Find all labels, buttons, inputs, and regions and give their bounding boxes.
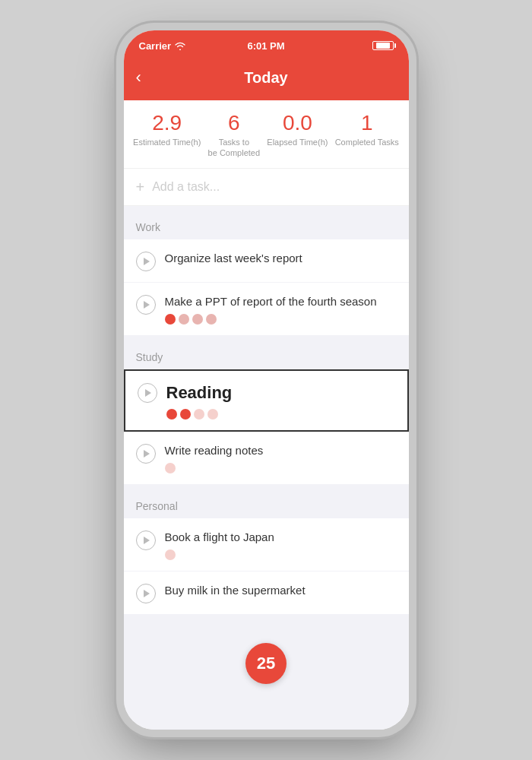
estimated-time-label: Estimated Time(h): [133, 137, 201, 147]
task-content: Buy milk in the supermarket: [165, 582, 397, 598]
completed-tasks-label: Completed Tasks: [335, 137, 399, 147]
play-icon: [144, 301, 150, 309]
play-icon: [144, 537, 150, 544]
back-button[interactable]: ‹: [136, 69, 141, 86]
play-button[interactable]: [136, 252, 156, 271]
task-title: Buy milk in the supermarket: [165, 582, 397, 598]
tomato-indicators: [165, 549, 397, 560]
play-button[interactable]: [138, 383, 157, 403]
play-button[interactable]: [136, 584, 156, 603]
tomato-empty: [192, 314, 203, 325]
task-title: Book a flight to Japan: [165, 529, 397, 545]
play-button[interactable]: [136, 295, 156, 315]
play-icon: [144, 258, 150, 265]
add-task-placeholder: Add a task...: [152, 180, 220, 194]
floating-badge: 25: [245, 643, 287, 684]
task-organize-report[interactable]: Organize last week's report: [124, 239, 409, 282]
task-content: Make a PPT of report of the fourth seaso…: [165, 293, 397, 325]
task-content: Reading: [166, 382, 395, 420]
tomato-light: [207, 409, 218, 420]
stat-tasks-to-complete: 6 Tasks tobe Completed: [208, 112, 261, 159]
estimated-time-value: 2.9: [152, 112, 182, 134]
task-content: Organize last week's report: [165, 250, 397, 266]
tomato-filled: [180, 409, 191, 420]
section-study-header: Study: [124, 336, 409, 369]
play-button[interactable]: [136, 444, 156, 464]
tomato-indicators: [165, 314, 397, 325]
app-header: ‹ Today: [124, 58, 409, 100]
tomato-empty: [206, 314, 217, 325]
task-title: Reading: [166, 382, 395, 405]
task-title: Write reading notes: [165, 442, 397, 458]
stat-elapsed-time: 0.0 Elapsed Time(h): [267, 112, 328, 159]
task-flight-japan[interactable]: Book a flight to Japan: [124, 518, 409, 571]
task-reading-notes[interactable]: Write reading notes: [124, 432, 409, 484]
play-icon: [145, 389, 151, 397]
tomato-indicators: [165, 463, 397, 473]
tasks-to-complete-value: 6: [228, 112, 240, 134]
carrier-label: Carrier: [139, 40, 172, 52]
task-reading[interactable]: Reading: [124, 369, 409, 432]
tomato-indicators: [166, 409, 395, 420]
play-icon: [144, 590, 150, 597]
badge-value: 25: [257, 654, 275, 673]
status-time: 6:01 PM: [247, 40, 284, 52]
section-work-header: Work: [124, 206, 409, 239]
add-task-row[interactable]: + Add a task...: [124, 169, 409, 206]
play-button[interactable]: [136, 530, 156, 550]
tomato-light: [194, 409, 204, 420]
stats-bar: 2.9 Estimated Time(h) 6 Tasks tobe Compl…: [124, 100, 409, 169]
page-title: Today: [244, 69, 287, 87]
task-content: Write reading notes: [165, 442, 397, 473]
tomato-light: [165, 549, 176, 560]
task-title: Make a PPT of report of the fourth seaso…: [165, 293, 397, 309]
completed-tasks-value: 1: [361, 112, 373, 134]
tomato-filled: [166, 409, 177, 420]
phone-frame: Carrier 6:01 PM ‹ Today 2.9 Estimated Ti…: [124, 30, 409, 730]
tomato-filled: [165, 314, 176, 325]
tomato-empty: [179, 314, 189, 325]
play-icon: [144, 450, 150, 458]
elapsed-time-value: 0.0: [283, 112, 312, 134]
task-buy-milk[interactable]: Buy milk in the supermarket: [124, 572, 409, 614]
elapsed-time-label: Elapsed Time(h): [267, 137, 328, 147]
task-ppt-report[interactable]: Make a PPT of report of the fourth seaso…: [124, 283, 409, 335]
section-personal-header: Personal: [124, 485, 409, 518]
task-title: Organize last week's report: [165, 250, 397, 266]
tasks-to-complete-label: Tasks tobe Completed: [208, 137, 261, 159]
task-content: Book a flight to Japan: [165, 529, 397, 560]
add-icon: +: [136, 179, 145, 195]
stat-completed-tasks: 1 Completed Tasks: [335, 112, 399, 159]
wifi-icon: [175, 42, 185, 50]
tomato-light: [165, 463, 176, 473]
stat-estimated-time: 2.9 Estimated Time(h): [133, 112, 201, 159]
content-area: + Add a task... Work Organize last week'…: [124, 169, 409, 730]
status-bar: Carrier 6:01 PM: [124, 30, 409, 58]
battery-fill: [376, 43, 390, 49]
